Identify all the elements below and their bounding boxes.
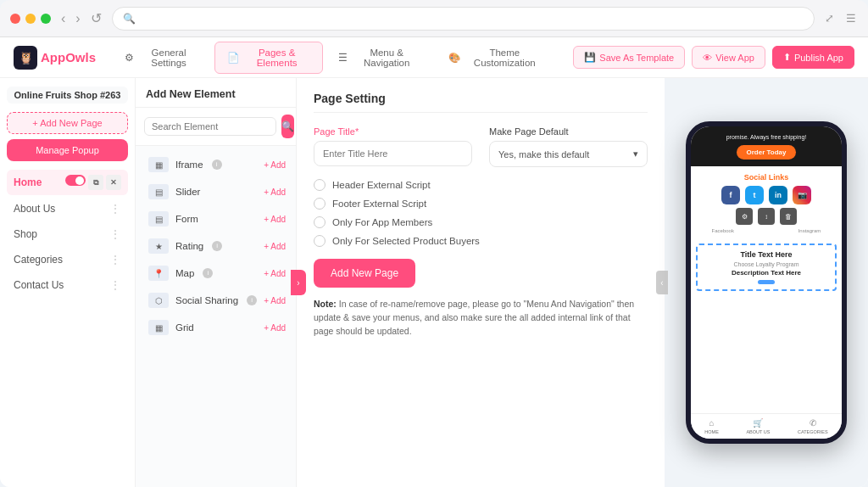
phone-nav-icon: ✆ xyxy=(810,418,816,428)
element-slider[interactable]: ▤ Slider + Add xyxy=(136,178,296,205)
settings-top-row: Page Title* Make Page Default Yes, make … xyxy=(314,126,648,167)
upload-icon: ⬆ xyxy=(783,52,791,63)
home-delete-icon[interactable]: ✕ xyxy=(106,175,121,190)
elements-panel: Add New Element 🔍 ▦ Iframe i + Add xyxy=(136,78,297,487)
app-container: 🦉 AppOwls ⚙ General Settings 📄 Pages & E… xyxy=(0,37,868,487)
instagram-icon: 📷 xyxy=(793,186,811,204)
search-input[interactable] xyxy=(144,117,276,136)
footer-script-checkbox[interactable] xyxy=(314,198,326,210)
home-copy-icon[interactable]: ⧉ xyxy=(88,175,103,190)
manage-popup-button[interactable]: Manage Popup xyxy=(7,139,128,161)
tab-pages-elements[interactable]: 📄 Pages & Elements xyxy=(214,42,323,74)
rating-add-button[interactable]: + Add xyxy=(264,242,286,251)
page-title-field: Page Title* xyxy=(314,126,472,167)
tab-general-settings[interactable]: ⚙ General Settings xyxy=(113,42,211,74)
sidebar-item-contact-us[interactable]: Contact Us ⋮ xyxy=(7,273,128,297)
phone-dark-text: promise. Always free shipping! xyxy=(698,133,835,141)
home-nav-icon: ⌂ xyxy=(709,418,715,428)
panel-header: Add New Element xyxy=(136,78,296,108)
shop-title: Online Fruits Shop #263 xyxy=(7,87,128,104)
logo-icon: 🦉 xyxy=(14,46,37,70)
social-info-icon: i xyxy=(247,295,257,305)
page-title-input[interactable] xyxy=(314,141,472,166)
logo-text: AppOwls xyxy=(41,50,96,64)
iframe-info-icon: i xyxy=(212,160,222,170)
sidebar-item-categories[interactable]: Categories ⋮ xyxy=(7,248,128,271)
search-button[interactable]: 🔍 xyxy=(281,115,294,138)
categories-dots-icon[interactable]: ⋮ xyxy=(109,253,121,266)
bottom-nav-about[interactable]: 🛒 ABOUT US xyxy=(746,418,770,434)
bottom-nav-categories[interactable]: ✆ CATEGORIES xyxy=(798,418,828,434)
make-default-select[interactable]: Yes, make this default ▾ xyxy=(489,141,648,167)
phone-screen: promise. Always free shipping! Order Tod… xyxy=(691,126,842,439)
element-iframe[interactable]: ▦ Iframe i + Add xyxy=(136,151,296,178)
maximize-button[interactable] xyxy=(41,14,51,24)
sidebar-item-about-us[interactable]: About Us ⋮ xyxy=(7,197,128,221)
minimize-button[interactable] xyxy=(25,14,36,24)
slider-add-button[interactable]: + Add xyxy=(264,188,286,197)
back-button[interactable]: ‹ xyxy=(59,10,67,26)
gear-icon: ⚙ xyxy=(125,52,134,64)
loyalty-section: Title Text Here Choose Loyalty Program D… xyxy=(696,244,837,291)
map-add-button[interactable]: + Add xyxy=(264,269,286,278)
element-form[interactable]: ▤ Form + Add xyxy=(136,205,296,232)
delete-action-icon[interactable]: 🗑 xyxy=(780,208,797,225)
reload-button[interactable]: ↺ xyxy=(89,10,103,26)
add-new-page-button[interactable]: Add New Page xyxy=(314,259,415,288)
expand-icon[interactable]: ⤢ xyxy=(823,12,836,25)
phone-mockup: promise. Always free shipping! Order Tod… xyxy=(686,121,847,444)
rating-icon: ★ xyxy=(148,238,169,254)
product-buyers-checkbox[interactable] xyxy=(314,235,326,247)
form-add-button[interactable]: + Add xyxy=(264,215,286,224)
url-input[interactable] xyxy=(142,13,804,25)
panel-toggle-button[interactable]: › xyxy=(291,270,306,295)
header-script-checkbox[interactable] xyxy=(314,179,326,191)
tab-menu-navigation[interactable]: ☰ Menu & Navigation xyxy=(326,42,433,74)
order-today-button[interactable]: Order Today xyxy=(737,145,797,160)
settings-action-icon[interactable]: ⚙ xyxy=(736,208,753,225)
contact-dots-icon[interactable]: ⋮ xyxy=(109,278,121,292)
element-map[interactable]: 📍 Map i + Add xyxy=(136,260,296,287)
edit-action-icon[interactable]: ↕ xyxy=(758,208,775,225)
shop-dots-icon[interactable]: ⋮ xyxy=(109,227,121,241)
search-icon: 🔍 xyxy=(281,120,294,132)
social-sharing-add-button[interactable]: + Add xyxy=(264,296,286,305)
about-us-dots-icon[interactable]: ⋮ xyxy=(109,202,121,216)
forward-button[interactable]: › xyxy=(74,10,81,26)
publish-button[interactable]: ⬆ Publish App xyxy=(772,46,854,69)
home-toggle[interactable] xyxy=(65,175,86,186)
preview-toggle-button[interactable]: ‹ xyxy=(656,271,668,294)
cart-nav-icon: 🛒 xyxy=(753,418,763,428)
element-social-sharing[interactable]: ⬡ Social Sharing i + Add xyxy=(136,287,296,314)
sidebar-item-shop[interactable]: Shop ⋮ xyxy=(7,222,128,246)
iframe-add-button[interactable]: + Add xyxy=(264,160,286,170)
page-settings: Page Setting Page Title* Make Page Defau… xyxy=(297,78,665,487)
app-members-checkbox[interactable] xyxy=(314,216,326,228)
close-button[interactable] xyxy=(10,14,20,24)
tab-theme-customization[interactable]: 🎨 Theme Customization xyxy=(437,42,556,74)
top-actions: 💾 Save As Template 👁 View App ⬆ Publish … xyxy=(573,46,854,69)
nav-tabs: ⚙ General Settings 📄 Pages & Elements ☰ … xyxy=(113,42,556,74)
address-bar[interactable]: 🔍 xyxy=(112,7,815,31)
view-app-button[interactable]: 👁 View App xyxy=(692,46,765,69)
social-icons-row: f t in 📷 xyxy=(698,186,835,204)
grid-add-button[interactable]: + Add xyxy=(264,323,286,333)
loyalty-subtitle: Choose Loyalty Program xyxy=(703,261,830,267)
save-template-button[interactable]: 💾 Save As Template xyxy=(573,46,685,69)
theme-icon: 🎨 xyxy=(448,52,460,64)
note-text: Note: In case of re-name/remove page, pl… xyxy=(314,298,648,338)
menu-icon[interactable]: ☰ xyxy=(844,12,858,25)
social-links-title: Social Links xyxy=(698,173,835,182)
add-new-page-sidebar-button[interactable]: + Add New Page xyxy=(7,112,128,134)
loyalty-handle xyxy=(758,280,775,284)
search-element-row: 🔍 xyxy=(136,108,296,146)
sidebar-item-home[interactable]: Home ⧉ ✕ xyxy=(7,170,128,195)
chevron-down-icon: ▾ xyxy=(633,148,638,160)
grid-icon: ▦ xyxy=(148,320,169,335)
element-rating[interactable]: ★ Rating i + Add xyxy=(136,232,296,260)
element-grid[interactable]: ▦ Grid + Add xyxy=(136,314,296,341)
sidebar-pages: Home ⧉ ✕ About Us ⋮ Shop ⋮ xyxy=(7,170,128,297)
bottom-nav-home[interactable]: ⌂ HOME xyxy=(704,418,719,434)
facebook-icon: f xyxy=(721,186,740,204)
make-default-field: Make Page Default Yes, make this default… xyxy=(489,126,648,167)
